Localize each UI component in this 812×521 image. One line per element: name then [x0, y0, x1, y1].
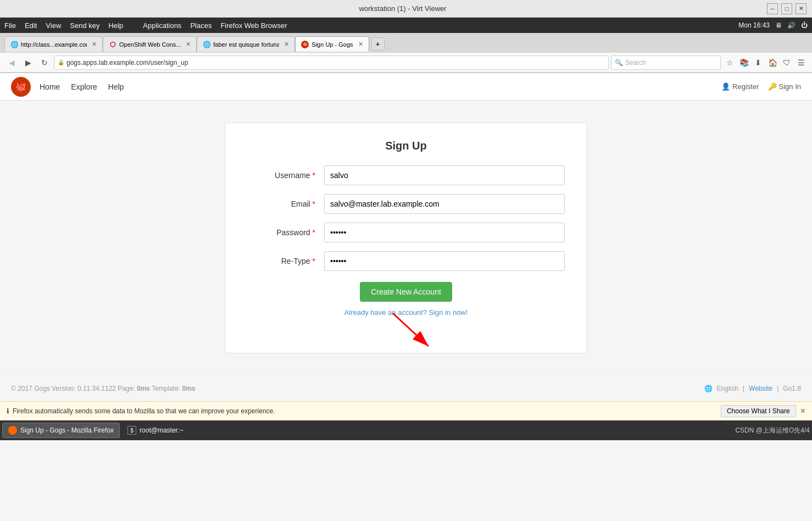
gogs-footer: © 2017 Gogs Version: 0.11.34.1122 Page: …: [0, 375, 812, 401]
bookmark-star-icon[interactable]: ☆: [723, 56, 736, 69]
footer-copyright: © 2017 Gogs Version: 0.11.34.1122 Page:: [11, 385, 137, 392]
window-close-button[interactable]: ✕: [796, 3, 807, 14]
register-link[interactable]: 👤 Register: [721, 82, 759, 91]
search-bar[interactable]: 🔍 Search: [611, 56, 721, 70]
nav-home[interactable]: Home: [40, 82, 60, 91]
new-tab-button[interactable]: +: [371, 37, 385, 51]
footer-separator2: |: [777, 385, 778, 392]
signup-title: Sign Up: [247, 140, 565, 152]
tab-close-4[interactable]: ✕: [358, 41, 363, 48]
tab-favicon-3: 🌐: [203, 41, 210, 48]
gogs-content: Sign Up Username * Email *: [0, 101, 812, 375]
tab-favicon-1: 🌐: [10, 41, 18, 48]
username-input[interactable]: [324, 165, 565, 185]
nav-help[interactable]: Help: [108, 82, 124, 91]
os-menu-view[interactable]: View: [46, 21, 61, 30]
signin-label: Sign In: [779, 82, 801, 91]
create-account-button[interactable]: Create New Account: [360, 282, 452, 302]
browser-toolbar: ◀ ▶ ↻ 🔒 gogs.apps.lab.example.com/user/s…: [0, 53, 812, 73]
os-menu-edit[interactable]: Edit: [25, 21, 37, 30]
shield-icon[interactable]: 🛡: [780, 56, 793, 69]
os-applications[interactable]: Applications: [143, 21, 181, 30]
os-menu-help[interactable]: Help: [109, 21, 124, 30]
signin-link-nav[interactable]: 🔑 Sign In: [768, 82, 801, 91]
footer-separator: |: [743, 385, 744, 392]
infobar-close-button[interactable]: ×: [800, 406, 805, 416]
back-button[interactable]: ◀: [4, 56, 19, 70]
footer-page-time: 0ms: [137, 385, 150, 392]
os-power-icon: ⏻: [801, 21, 808, 29]
footer-right: 🌐 English | Website | Go1.8: [704, 385, 801, 392]
gogs-logo[interactable]: 🐙: [11, 77, 31, 97]
email-required: *: [310, 199, 315, 208]
browser-tabbar: 🌐 http://class...example.com/ ✕ ⬡ OpenSh…: [0, 33, 812, 53]
username-row: Username *: [247, 165, 565, 185]
os-places[interactable]: Places: [190, 21, 212, 30]
email-label: Email *: [247, 199, 324, 208]
footer-website-link[interactable]: Website: [749, 385, 772, 392]
taskbar-terminal-item[interactable]: $ root@master:~: [122, 423, 189, 438]
tab-label-3: faber est quisque fortuna...: [213, 41, 279, 48]
browser-tab-4[interactable]: G Sign Up - Gogs ✕: [295, 36, 369, 52]
window-maximize-button[interactable]: □: [781, 3, 792, 14]
search-placeholder: Search: [625, 59, 646, 66]
bookmark-manage-icon[interactable]: 📚: [737, 56, 750, 69]
reload-button[interactable]: ↻: [37, 56, 52, 70]
footer-template-time: 0ms: [182, 385, 196, 392]
signin-now-link[interactable]: Already have an account? Sign in now!: [344, 308, 468, 317]
home-icon[interactable]: 🏠: [766, 56, 779, 69]
gogs-navbar: 🐙 Home Explore Help 👤 Register 🔑 Sign In: [0, 73, 812, 101]
tab-favicon-2: ⬡: [109, 41, 116, 48]
tab-close-1[interactable]: ✕: [92, 41, 97, 48]
retype-input[interactable]: [324, 251, 565, 271]
retype-label: Re-Type *: [247, 257, 324, 265]
taskbar-firefox-label: Sign Up - Gogs - Mozilla Firefox: [20, 426, 114, 434]
email-input[interactable]: [324, 194, 565, 214]
browser-tab-1[interactable]: 🌐 http://class...example.com/ ✕: [4, 36, 103, 52]
choose-share-button[interactable]: Choose What I Share: [721, 405, 796, 417]
taskbar-terminal-label: root@master:~: [140, 426, 183, 434]
infobar-message: Firefox automatically sends some data to…: [13, 407, 275, 415]
signin-link-area: Already have an account? Sign in now!: [247, 308, 565, 317]
signin-icon: 🔑: [768, 82, 777, 91]
footer-version: Go1.8: [783, 385, 801, 392]
password-row: Password *: [247, 223, 565, 242]
address-bar[interactable]: 🔒 gogs.apps.lab.example.com/user/sign_up: [54, 56, 609, 70]
tab-label-1: http://class...example.com/: [21, 41, 87, 48]
window-minimize-button[interactable]: ─: [767, 3, 778, 14]
taskbar-firefox-item[interactable]: Sign Up - Gogs - Mozilla Firefox: [2, 423, 120, 438]
browser-chrome: 🌐 http://class...example.com/ ✕ ⬡ OpenSh…: [0, 33, 812, 73]
gogs-nav-right: 👤 Register 🔑 Sign In: [721, 82, 801, 91]
os-taskbar: File Edit View Send key Help Application…: [0, 18, 812, 33]
firefox-infobar: ℹ Firefox automatically sends some data …: [0, 401, 812, 420]
toolbar-icons: ☆ 📚 ⬇ 🏠 🛡 ☰: [723, 56, 808, 69]
footer-left: © 2017 Gogs Version: 0.11.34.1122 Page: …: [11, 385, 196, 392]
username-required: *: [310, 171, 315, 180]
csdn-label: CSDN @上海运维O先4/4: [735, 426, 810, 435]
os-network-icon: 🖥: [775, 21, 782, 29]
register-icon: 👤: [721, 82, 730, 91]
footer-template-label: Template:: [150, 385, 182, 392]
terminal-taskbar-icon: $: [127, 426, 136, 435]
download-icon[interactable]: ⬇: [752, 56, 765, 69]
username-label: Username *: [247, 171, 324, 180]
firefox-taskbar-icon: [8, 426, 17, 435]
browser-tab-2[interactable]: ⬡ OpenShift Web Cons... ✕: [103, 36, 197, 52]
infobar-actions: Choose What I Share ×: [721, 405, 805, 417]
tab-label-2: OpenShift Web Cons...: [119, 41, 181, 48]
nav-explore[interactable]: Explore: [71, 82, 97, 91]
tab-close-3[interactable]: ✕: [284, 41, 289, 48]
menu-icon[interactable]: ☰: [794, 56, 808, 69]
os-menu-sendkey[interactable]: Send key: [70, 21, 99, 30]
os-menu-file[interactable]: File: [4, 21, 16, 30]
browser-tab-3[interactable]: 🌐 faber est quisque fortuna... ✕: [197, 36, 295, 52]
address-text: gogs.apps.lab.example.com/user/sign_up: [66, 59, 605, 66]
lock-icon: 🔒: [58, 59, 64, 65]
footer-language: English: [717, 385, 738, 392]
forward-button[interactable]: ▶: [21, 56, 35, 70]
os-firefox[interactable]: Firefox Web Browser: [220, 21, 287, 30]
retype-required: *: [310, 257, 315, 265]
os-sound-icon: 🔊: [787, 21, 796, 29]
password-input[interactable]: [324, 223, 565, 242]
tab-close-2[interactable]: ✕: [186, 41, 191, 48]
